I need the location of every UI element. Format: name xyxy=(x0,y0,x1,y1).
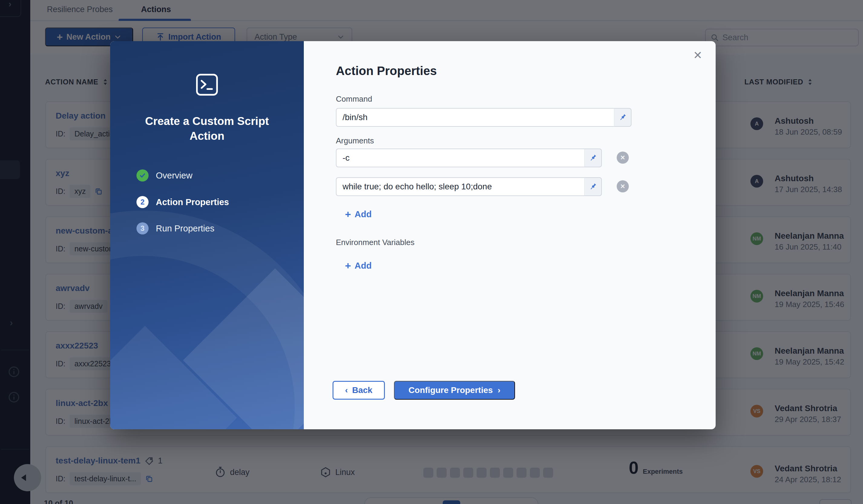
argument-field-row xyxy=(336,149,602,167)
step-number: 3 xyxy=(136,222,149,235)
close-icon[interactable]: ✕ xyxy=(693,49,702,62)
remove-argument-button[interactable]: ✕ xyxy=(617,180,629,192)
argument-input[interactable] xyxy=(336,177,584,196)
command-input[interactable] xyxy=(336,108,614,127)
remove-argument-button[interactable]: ✕ xyxy=(617,152,629,164)
pin-icon xyxy=(589,182,597,191)
add-argument-button[interactable]: +Add xyxy=(345,209,372,219)
step-label: Run Properties xyxy=(156,224,214,234)
env-variables-label: Environment Variables xyxy=(336,238,415,247)
argument-input[interactable] xyxy=(336,149,584,167)
wizard-panel: Create a Custom Script Action Overview 2… xyxy=(110,41,304,429)
pin-button[interactable] xyxy=(614,108,631,127)
chevron-right-icon: › xyxy=(498,386,500,395)
step-run-properties[interactable]: 3 Run Properties xyxy=(136,222,214,235)
argument-field-row xyxy=(336,177,602,196)
chevron-left-icon: ‹ xyxy=(345,386,348,395)
add-env-variable-button[interactable]: +Add xyxy=(345,261,372,271)
command-field-row xyxy=(336,108,631,127)
step-number: 2 xyxy=(136,196,149,208)
pin-icon xyxy=(589,154,597,162)
modal-heading: Action Properties xyxy=(336,64,437,78)
step-label: Action Properties xyxy=(156,197,229,207)
terminal-icon xyxy=(196,73,218,98)
back-button[interactable]: ‹Back xyxy=(333,381,385,400)
plus-icon: + xyxy=(345,210,351,219)
arguments-label: Arguments xyxy=(336,136,374,146)
pin-button[interactable] xyxy=(584,149,602,167)
pin-icon xyxy=(618,113,627,122)
pin-button[interactable] xyxy=(584,177,602,196)
step-overview[interactable]: Overview xyxy=(136,169,192,181)
command-label: Command xyxy=(336,94,372,104)
create-custom-script-action-modal: Create a Custom Script Action Overview 2… xyxy=(110,41,716,429)
plus-icon: + xyxy=(345,261,351,270)
step-action-properties[interactable]: 2 Action Properties xyxy=(136,196,229,208)
step-done-icon xyxy=(136,169,149,181)
step-label: Overview xyxy=(156,171,192,180)
wizard-title: Create a Custom Script Action xyxy=(128,114,286,143)
configure-properties-button[interactable]: Configure Properties› xyxy=(394,381,515,400)
